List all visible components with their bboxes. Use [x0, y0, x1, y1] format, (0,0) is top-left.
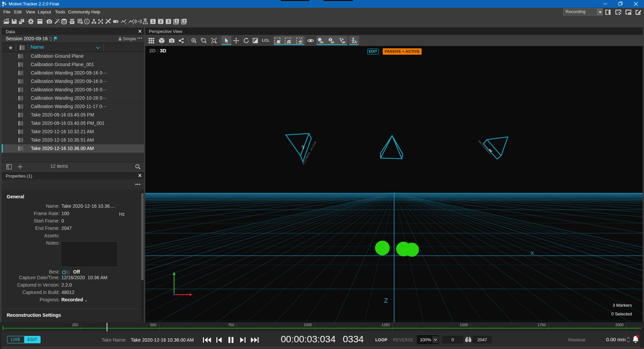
svg-text:2: 2	[183, 19, 185, 23]
svg-text:2: 2	[132, 21, 134, 25]
svg-text:1: 1	[152, 19, 154, 23]
svg-text:Z: Z	[384, 297, 388, 304]
svg-text:3: 3	[167, 19, 169, 23]
svg-text:1: 1	[176, 19, 178, 23]
svg-text:X: X	[531, 250, 534, 256]
svg-text:A: A	[355, 40, 357, 44]
svg-text:2: 2	[160, 19, 162, 23]
svg-text:1: 1	[125, 21, 126, 25]
